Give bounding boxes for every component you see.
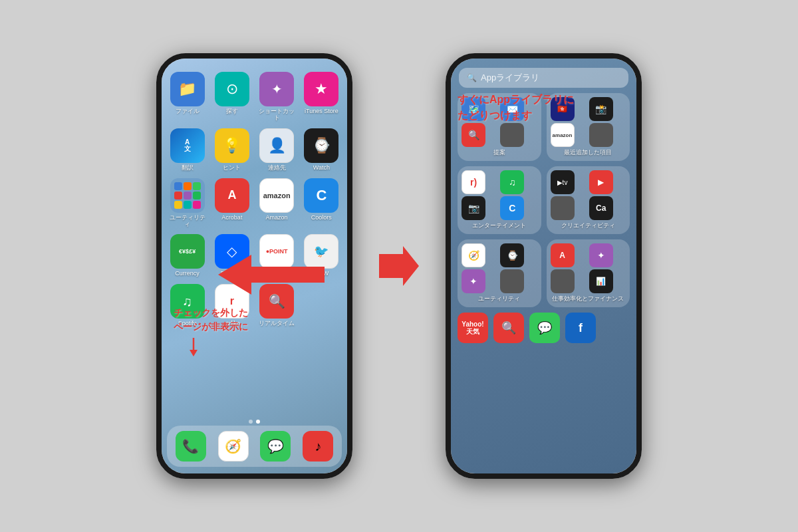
page-dots xyxy=(162,420,347,424)
misc-icon xyxy=(589,123,613,147)
app-find[interactable]: ⊙ 探す xyxy=(213,72,251,122)
main-container: 📁 ファイル ⊙ 探す ✦ ショートカット xyxy=(0,0,798,532)
contacts-icon: 👤 xyxy=(259,128,294,163)
acrobat-icon: A xyxy=(215,178,249,213)
app-coolors[interactable]: C Coolors xyxy=(303,178,340,228)
coolors-icon: C xyxy=(304,178,338,213)
folder-suggestions[interactable]: 🗺️ ✉️ 🔍 提案 xyxy=(458,93,541,161)
recent-icons: 🇭🇰 📸 amazon xyxy=(551,97,626,147)
watch-lib-icon: ⌚ xyxy=(500,243,524,267)
left-iphone: 📁 ファイル ⊙ 探す ✦ ショートカット xyxy=(156,53,352,479)
itunes-label: iTunes Store xyxy=(305,108,338,115)
folder-entertainment[interactable]: r) ♫ 📷 C エンターテイメント xyxy=(458,166,541,234)
facebook-app[interactable]: f xyxy=(565,313,596,343)
utility-folder-label: ユーティリティ xyxy=(168,215,206,228)
app-itunes[interactable]: ★ iTunes Store xyxy=(303,72,340,122)
files-icon: 📁 xyxy=(170,72,205,106)
productivity-label: 仕事効率化とファイナンス xyxy=(551,295,626,303)
library-row-4: Yahoo!天気 🔍 💬 xyxy=(458,313,630,343)
creative-misc xyxy=(551,196,575,220)
utility-icons: 🧭 ⌚ ✦ xyxy=(462,243,537,293)
dot-1 xyxy=(249,420,253,424)
right-iphone: すぐにAppライブラリにたどりつけます 🔍 Appライブラリ 🗺️ ✉️ 🔍 xyxy=(446,53,642,479)
dock-safari[interactable]: 🧭 xyxy=(218,431,249,462)
shortcuts-lib-icon: ✦ xyxy=(462,269,485,293)
chart-lib-icon: 📊 xyxy=(589,269,613,293)
hints-icon: 💡 xyxy=(215,128,249,163)
app-contacts[interactable]: 👤 連絡先 xyxy=(258,128,296,172)
phone-icon: 📞 xyxy=(176,431,206,462)
spotlight-icon: 🔍 xyxy=(462,123,485,147)
left-annotation-text: チェックを外したページが非表示に xyxy=(174,306,248,334)
music-icon: ♪ xyxy=(303,431,333,462)
find-icon: ⊙ xyxy=(215,72,249,106)
coolors-lib-icon: C xyxy=(500,196,524,220)
translate-label: 翻訳 xyxy=(182,165,194,172)
app-amazon[interactable]: amazon Amazon xyxy=(258,178,296,228)
cardhop-icon: Ca xyxy=(589,196,613,220)
creative-label: クリエイティビティ xyxy=(551,221,626,230)
files-label: ファイル xyxy=(176,108,200,115)
shortcuts-label: ショートカット xyxy=(258,108,296,122)
left-screen: 📁 ファイル ⊙ 探す ✦ ショートカット xyxy=(162,59,347,473)
app-library-grid: 🗺️ ✉️ 🔍 提案 xyxy=(451,93,636,343)
app-watch[interactable]: ⌚ Watch xyxy=(303,128,340,172)
library-row-1: 🗺️ ✉️ 🔍 提案 xyxy=(458,93,630,161)
shortcuts-icon: ✦ xyxy=(259,72,294,106)
library-row-2: r) ♫ 📷 C エンターテイメント ▶tv ▶ xyxy=(458,166,630,234)
app-translate[interactable]: A 文 翻訳 xyxy=(168,128,206,172)
folder-recent[interactable]: 🇭🇰 📸 amazon 最近追加した項目 xyxy=(547,93,630,161)
translate-icon: A 文 xyxy=(170,128,205,163)
app-hints[interactable]: 💡 ヒント xyxy=(213,128,251,172)
creative-icons: ▶tv ▶ Ca xyxy=(551,170,626,220)
amazon-label: Amazon xyxy=(266,215,288,221)
right-screen: すぐにAppライブラリにたどりつけます 🔍 Appライブラリ 🗺️ ✉️ 🔍 xyxy=(451,59,636,473)
app-shortcuts[interactable]: ✦ ショートカット xyxy=(258,72,296,122)
entertainment-icons: r) ♫ 📷 C xyxy=(462,170,537,220)
dock-messages[interactable]: 💬 xyxy=(260,431,291,462)
mail-icon: ✉️ xyxy=(500,97,524,121)
watch-icon: ⌚ xyxy=(304,128,338,163)
productivity-icons: A ✦ 📊 xyxy=(551,243,626,293)
app-acrobat[interactable]: A Acrobat xyxy=(213,178,251,228)
search-bar[interactable]: 🔍 Appライブラリ xyxy=(459,68,628,88)
qr-app[interactable]: 🔍 xyxy=(493,313,524,343)
misc3-icon xyxy=(551,269,575,293)
search-icon: 🔍 xyxy=(467,73,477,82)
camera-icon: 📸 xyxy=(589,97,613,121)
realtime-label: リアルタイム xyxy=(259,321,295,327)
facebook-icon: f xyxy=(565,313,596,343)
app-currency[interactable]: €¥$£¥ Currency xyxy=(168,234,206,277)
suggestions-label: 提案 xyxy=(462,148,537,157)
yahoo-app[interactable]: Yahoo!天気 xyxy=(458,313,488,343)
yahoo-icon: Yahoo!天気 xyxy=(458,313,488,343)
messages-lib-icon: 💬 xyxy=(529,313,560,343)
big-right-arrow xyxy=(379,246,419,286)
utility-lib-label: ユーティリティ xyxy=(462,295,537,303)
messages-icon: 💬 xyxy=(260,431,291,462)
app-utility-folder[interactable]: ユーティリティ xyxy=(168,178,206,228)
folder-creative[interactable]: ▶tv ▶ Ca クリエイティビティ xyxy=(547,166,630,234)
maps-icon: 🗺️ xyxy=(462,97,485,121)
contacts-label: 連絡先 xyxy=(268,165,286,172)
youtube-icon: ▶ xyxy=(589,170,613,194)
dock-phone[interactable]: 📞 xyxy=(176,431,206,462)
entertainment-label: エンターテイメント xyxy=(462,221,537,230)
shortcuts2-icon: ✦ xyxy=(589,243,613,267)
dot-2 xyxy=(256,420,260,424)
svg-marker-3 xyxy=(379,246,419,286)
safari-lib-icon: 🧭 xyxy=(462,243,485,267)
folder-utility[interactable]: 🧭 ⌚ ✦ ユーティリティ xyxy=(458,239,541,307)
dock-music[interactable]: ♪ xyxy=(303,431,333,462)
watch-label: Watch xyxy=(313,165,330,172)
spotify-lib-icon: ♫ xyxy=(500,170,524,194)
left-annotation: チェックを外したページが非表示に xyxy=(174,306,248,360)
folder-productivity[interactable]: A ✦ 📊 仕事効率化とファイナンス xyxy=(547,239,630,307)
find-label: 探す xyxy=(226,108,238,115)
hints-label: ヒント xyxy=(223,165,241,172)
radiko-lib-icon: r) xyxy=(462,170,485,194)
hk-icon: 🇭🇰 xyxy=(551,97,575,121)
app-files[interactable]: 📁 ファイル xyxy=(168,72,206,122)
messages-lib-app[interactable]: 💬 xyxy=(529,313,560,343)
amazon-lib-icon: amazon xyxy=(551,123,575,147)
